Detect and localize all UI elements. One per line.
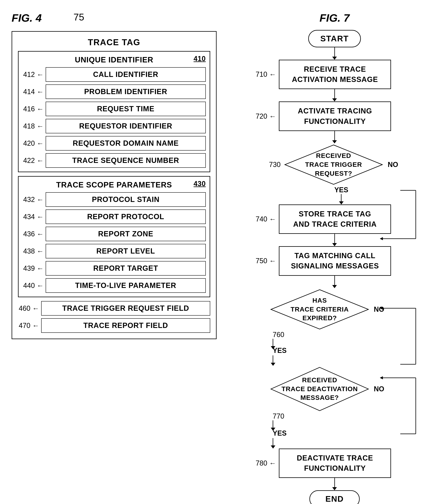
report-protocol-box: REPORT PROTOCOL <box>46 209 206 224</box>
fig4-outer-box: TRACE TAG UNIQUE IDENTIFIER 410 412 ← CA… <box>11 31 217 339</box>
fig7-title: FIG. 7 <box>248 11 422 24</box>
step-730-no: NO <box>388 161 398 169</box>
unique-identifier-ref: 410 <box>194 55 206 63</box>
fig7: FIG. 7 START 710 ← RECEIVE TRACEACTIVATI… <box>248 11 422 504</box>
call-identifier-box: CALL IDENTIFIER <box>46 67 206 82</box>
step-720-label: 720 ← <box>251 112 276 120</box>
report-level-box: REPORT LEVEL <box>46 244 206 258</box>
item-id-420: 420 ← <box>22 139 44 148</box>
trace-scope-box: TRACE SCOPE PARAMETERS 430 432 ← PROTOCO… <box>18 176 210 297</box>
item-id-470: 470 ← <box>18 322 39 330</box>
request-time-box: REQUEST TIME <box>46 102 206 116</box>
report-zone-box: REPORT ZONE <box>46 227 206 241</box>
trace-scope-ref: 430 <box>194 180 206 188</box>
trace-scope-label: TRACE SCOPE PARAMETERS 430 <box>22 181 206 189</box>
step-760-diamond: HASTRACE CRITERIAEXPIRED? <box>290 296 349 323</box>
flowchart-start: START <box>308 30 361 47</box>
step-750: TAG MATCHING CALLSIGNALING MESSAGES <box>279 246 391 276</box>
step-760-no: NO <box>374 305 384 313</box>
step-770: RECEIVEDTRACE DEACTIVATIONMESSAGE? <box>282 376 358 402</box>
protocol-stain-box: PROTOCOL STAIN <box>46 192 206 207</box>
trace-report-box: TRACE REPORT FIELD <box>41 318 210 333</box>
item-id-438: 438 ← <box>22 247 44 255</box>
fig4-outer-label: TRACE TAG <box>18 37 210 47</box>
list-item: 440 ← TIME-TO-LIVE PARAMETER <box>22 278 206 293</box>
step-760-id: 760 <box>273 331 284 339</box>
step-730: RECEIVEDTRACE TRIGGERREQUEST? <box>305 151 362 178</box>
step-740: STORE TRACE TAGAND TRACE CRITERIA <box>279 204 391 234</box>
step-730-yes: YES <box>334 186 348 194</box>
fig4-ref-75: 75 <box>74 11 84 23</box>
problem-identifier-box: PROBLEM IDENTIFIER <box>46 85 206 99</box>
flowchart-end: END <box>309 490 360 504</box>
time-to-live-box: TIME-TO-LIVE PARAMETER <box>46 278 206 293</box>
step-740-label: 740 ← <box>251 215 276 223</box>
step-750-label: 750 ← <box>251 257 276 265</box>
step-780-label: 780 ← <box>251 459 276 467</box>
list-item: 418 ← REQUESTOR IDENTIFIER <box>22 119 206 133</box>
list-item: 439 ← REPORT TARGET <box>22 261 206 276</box>
list-item: 416 ← REQUEST TIME <box>22 102 206 116</box>
list-item: 420 ← REQUESTOR DOMAIN NAME <box>22 136 206 150</box>
list-item: 436 ← REPORT ZONE <box>22 227 206 241</box>
list-item: 438 ← REPORT LEVEL <box>22 244 206 258</box>
fig4: FIG. 4 75 TRACE TAG UNIQUE IDENTIFIER 41… <box>11 11 220 339</box>
item-id-412: 412 ← <box>22 71 44 79</box>
unique-identifier-label: UNIQUE IDENTIFIER 410 <box>22 55 206 64</box>
requestor-identifier-box: REQUESTOR IDENTIFIER <box>46 119 206 133</box>
item-id-414: 414 ← <box>22 88 44 96</box>
list-item: 470 ← TRACE REPORT FIELD <box>18 318 210 333</box>
fig4-title: FIG. 4 <box>11 11 42 24</box>
trace-trigger-box: TRACE TRIGGER REQUEST FIELD <box>41 301 210 316</box>
item-id-439: 439 ← <box>22 264 44 272</box>
unique-identifier-box: UNIQUE IDENTIFIER 410 412 ← CALL IDENTIF… <box>18 51 210 172</box>
report-target-box: REPORT TARGET <box>46 261 206 276</box>
item-id-422: 422 ← <box>22 157 44 165</box>
item-id-432: 432 ← <box>22 196 44 204</box>
step-770-id: 770 <box>273 412 284 420</box>
item-id-416: 416 ← <box>22 105 44 113</box>
item-id-436: 436 ← <box>22 230 44 238</box>
item-id-418: 418 ← <box>22 122 44 130</box>
step-770-no: NO <box>374 385 384 393</box>
step-710-label: 710 ← <box>251 70 276 78</box>
step-720: ACTIVATE TRACINGFUNCTIONALITY <box>279 101 391 131</box>
list-item: 422 ← TRACE SEQUENCE NUMBER <box>22 153 206 168</box>
item-id-460: 460 ← <box>18 304 39 312</box>
step-710: RECEIVE TRACEACTIVATION MESSAGE <box>279 60 391 89</box>
step-730-label: 730 <box>255 161 281 169</box>
list-item: 460 ← TRACE TRIGGER REQUEST FIELD <box>18 301 210 316</box>
list-item: 414 ← PROBLEM IDENTIFIER <box>22 85 206 99</box>
trace-seq-box: TRACE SEQUENCE NUMBER <box>46 153 206 168</box>
requestor-domain-box: REQUESTOR DOMAIN NAME <box>46 136 206 150</box>
item-id-434: 434 ← <box>22 213 44 221</box>
list-item: 412 ← CALL IDENTIFIER <box>22 67 206 82</box>
list-item: 434 ← REPORT PROTOCOL <box>22 209 206 224</box>
item-id-440: 440 ← <box>22 282 44 290</box>
list-item: 432 ← PROTOCOL STAIN <box>22 192 206 207</box>
step-780: DEACTIVATE TRACEFUNCTIONALITY <box>279 449 391 478</box>
